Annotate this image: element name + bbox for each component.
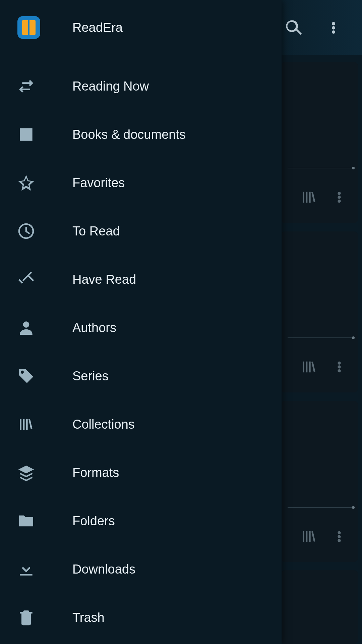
drawer-item-label: Folders: [72, 514, 115, 528]
more-options-button[interactable]: [323, 18, 344, 38]
drawer-item-label: Collections: [72, 417, 135, 432]
drawer-item-label: Formats: [72, 466, 119, 480]
drawer-item-label: Trash: [72, 610, 105, 625]
star-icon: [17, 173, 36, 192]
drawer-item-label: Favorites: [72, 176, 125, 190]
check-all-icon: [17, 270, 36, 289]
download-icon: [17, 560, 36, 579]
drawer-item-books-documents[interactable]: Books & documents: [0, 110, 282, 159]
backdrop-progress: [288, 507, 355, 508]
library-icon[interactable]: [300, 358, 318, 376]
drawer-item-authors[interactable]: Authors: [0, 304, 282, 352]
layers-icon: [17, 463, 36, 482]
library-icon[interactable]: [300, 527, 318, 546]
drawer-item-formats[interactable]: Formats: [0, 448, 282, 497]
drawer-item-trash[interactable]: Trash: [0, 593, 282, 642]
topbar-actions: [283, 0, 362, 55]
backdrop-progress: [288, 337, 355, 338]
shuffle-icon: [17, 77, 36, 96]
document-icon: [17, 125, 36, 144]
drawer-item-label: Series: [72, 369, 109, 383]
drawer-item-label: Authors: [72, 321, 116, 335]
drawer-item-collections[interactable]: Collections: [0, 400, 282, 448]
library-icon: [17, 415, 36, 434]
book-icon: [22, 20, 36, 35]
app-logo: [17, 16, 40, 39]
backdrop-progress: [288, 168, 355, 168]
drawer-item-have-read[interactable]: Have Read: [0, 255, 282, 304]
drawer-item-label: Downloads: [72, 562, 135, 577]
app-title: ReadEra: [72, 20, 123, 35]
drawer-item-label: Books & documents: [72, 127, 186, 142]
drawer-item-series[interactable]: Series: [0, 352, 282, 400]
tag-icon: [17, 367, 36, 385]
folder-icon: [17, 512, 36, 530]
backdrop-card: [281, 570, 358, 644]
drawer-item-label: To Read: [72, 224, 120, 238]
trash-icon: [17, 608, 36, 627]
more-vert-icon[interactable]: [330, 527, 349, 546]
drawer-header: ReadEra: [0, 0, 282, 55]
clock-icon: [17, 222, 36, 240]
person-icon: [17, 318, 36, 337]
drawer-item-favorites[interactable]: Favorites: [0, 159, 282, 207]
drawer-item-label: Reading Now: [72, 79, 149, 94]
navigation-drawer: ReadEra Reading NowBooks & documentsFavo…: [0, 0, 282, 644]
search-button[interactable]: [283, 18, 303, 38]
library-icon[interactable]: [300, 188, 318, 207]
more-vert-icon[interactable]: [330, 358, 349, 376]
drawer-list: Reading NowBooks & documentsFavoritesTo …: [0, 55, 282, 642]
drawer-item-downloads[interactable]: Downloads: [0, 545, 282, 593]
drawer-item-reading-now[interactable]: Reading Now: [0, 62, 282, 110]
drawer-item-folders[interactable]: Folders: [0, 497, 282, 545]
more-vert-icon[interactable]: [330, 188, 349, 207]
drawer-item-label: Have Read: [72, 272, 136, 287]
drawer-item-to-read[interactable]: To Read: [0, 207, 282, 255]
